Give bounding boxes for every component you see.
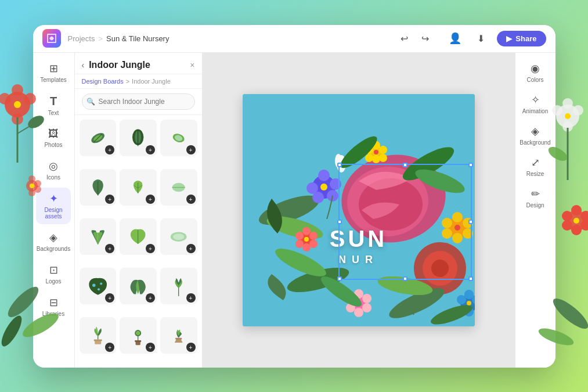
svg-point-107 — [362, 294, 371, 303]
panel-bc-sep: > — [126, 78, 129, 85]
asset-add-btn[interactable]: + — [146, 293, 155, 303]
svg-point-98 — [302, 227, 311, 235]
templates-label: Templates — [40, 77, 67, 83]
svg-point-65 — [138, 332, 139, 334]
svg-point-93 — [452, 233, 463, 243]
svg-point-95 — [442, 218, 452, 228]
sidebar-item-backgrounds[interactable]: ◈ Backgrounds — [36, 226, 71, 257]
panel-bc-design-boards[interactable]: Design Boards — [82, 78, 124, 85]
sidebar-item-icons[interactable]: ◎ Icons — [36, 155, 71, 185]
svg-point-92 — [463, 228, 473, 239]
right-item-background[interactable]: ◈ Background — [518, 120, 552, 150]
sidebar-item-text[interactable]: T Text — [36, 90, 71, 121]
canvas-main-title: SUN — [330, 227, 387, 250]
svg-point-17 — [0, 313, 26, 349]
asset-item[interactable]: + — [120, 268, 157, 305]
asset-item[interactable]: + — [80, 169, 117, 206]
app-window: Projects > Sun & Tile Nursery ↩ ↪ 👤 ⬇ ▶ … — [33, 25, 555, 368]
svg-point-103 — [295, 232, 304, 240]
asset-item[interactable]: + — [160, 169, 197, 206]
search-icon: 🔍 — [86, 98, 95, 106]
asset-add-btn[interactable]: + — [105, 343, 114, 352]
text-icon: T — [50, 95, 57, 108]
asset-add-btn[interactable]: + — [146, 343, 155, 352]
panel-breadcrumb: Design Boards > Indoor Jungle — [75, 74, 202, 89]
sidebar-item-templates[interactable]: ⊞ Templates — [36, 57, 71, 88]
asset-item[interactable]: + — [160, 218, 197, 256]
svg-point-118 — [467, 301, 471, 305]
svg-point-84 — [330, 178, 341, 190]
profile-button[interactable]: 👤 — [446, 29, 464, 48]
design-assets-icon: ✦ — [49, 192, 58, 205]
sidebar-item-design-assets[interactable]: ✦ Design assets — [36, 188, 71, 224]
breadcrumb-projects[interactable]: Projects — [68, 34, 95, 43]
svg-point-54 — [100, 282, 102, 285]
svg-point-52 — [173, 233, 184, 240]
asset-add-btn[interactable]: + — [146, 145, 155, 154]
logos-icon: ⊡ — [49, 264, 58, 276]
asset-add-btn[interactable]: + — [186, 195, 196, 204]
asset-add-btn[interactable]: + — [186, 145, 196, 154]
asset-item[interactable]: + — [160, 317, 197, 354]
sidebar-item-logos[interactable]: ⊡ Logos — [36, 259, 71, 289]
svg-point-108 — [362, 303, 371, 312]
sidebar-item-libraries[interactable]: ⊟ Libraries — [36, 292, 71, 322]
right-sidebar: ◉ Colors ✧ Animation ◈ Background ⤢ Resi… — [515, 53, 555, 368]
svg-point-101 — [302, 243, 311, 251]
asset-add-btn[interactable]: + — [186, 293, 196, 303]
asset-add-btn[interactable]: + — [146, 195, 155, 204]
svg-point-126 — [374, 150, 378, 154]
share-button[interactable]: ▶ Share — [497, 31, 546, 46]
right-item-colors[interactable]: ◉ Colors — [518, 57, 552, 88]
svg-point-91 — [463, 218, 473, 228]
asset-item[interactable]: + — [160, 268, 197, 305]
asset-item[interactable]: + — [120, 169, 157, 206]
right-item-design[interactable]: ✏ Design — [518, 183, 552, 213]
panel-title: Indoor Jungle — [89, 60, 186, 70]
svg-rect-58 — [93, 339, 102, 341]
asset-add-btn[interactable]: + — [105, 244, 114, 253]
logos-label: Logos — [45, 278, 61, 285]
svg-point-5 — [14, 101, 21, 108]
asset-item[interactable]: + — [80, 268, 117, 305]
background-icon: ◈ — [531, 125, 539, 138]
svg-point-83 — [318, 170, 330, 181]
asset-item[interactable]: + — [120, 317, 157, 354]
asset-item[interactable]: + — [120, 218, 157, 256]
svg-point-109 — [354, 308, 363, 317]
asset-add-btn[interactable]: + — [105, 145, 114, 154]
asset-add-btn[interactable]: + — [186, 343, 196, 352]
asset-add-btn[interactable]: + — [105, 195, 114, 204]
asset-item[interactable]: + — [120, 120, 157, 157]
svg-point-30 — [571, 225, 582, 235]
asset-item[interactable]: + — [80, 317, 117, 354]
right-item-resize[interactable]: ⤢ Resize — [518, 152, 552, 182]
animation-label: Animation — [522, 108, 548, 114]
templates-icon: ⊞ — [49, 62, 58, 75]
panel-bc-current: Indoor Jungle — [132, 78, 171, 85]
svg-line-7 — [17, 125, 32, 134]
canvas-card[interactable]: SUN NUR — [243, 94, 475, 326]
svg-rect-61 — [135, 340, 141, 342]
design-label: Design — [526, 202, 544, 208]
asset-item[interactable]: + — [80, 120, 117, 157]
download-button[interactable]: ⬇ — [471, 29, 490, 48]
panel-close-button[interactable]: × — [190, 60, 194, 70]
asset-add-btn[interactable]: + — [186, 244, 196, 253]
sidebar-item-photos[interactable]: 🖼 Photos — [36, 123, 71, 153]
undo-redo-group: ↩ ↪ — [395, 29, 434, 48]
undo-button[interactable]: ↩ — [395, 29, 413, 48]
resize-label: Resize — [526, 171, 544, 177]
svg-point-33 — [573, 218, 579, 224]
svg-point-0 — [5, 92, 30, 117]
panel-back-button[interactable]: ‹ — [82, 60, 85, 70]
asset-item[interactable]: + — [160, 120, 197, 157]
right-item-animation[interactable]: ✧ Animation — [518, 89, 552, 119]
asset-add-btn[interactable]: + — [105, 293, 114, 303]
search-input[interactable] — [82, 93, 195, 110]
asset-add-btn[interactable]: + — [146, 244, 155, 253]
asset-item[interactable]: + — [80, 218, 117, 256]
text-label: Text — [48, 110, 59, 116]
redo-button[interactable]: ↪ — [416, 29, 434, 48]
svg-point-23 — [565, 113, 571, 119]
